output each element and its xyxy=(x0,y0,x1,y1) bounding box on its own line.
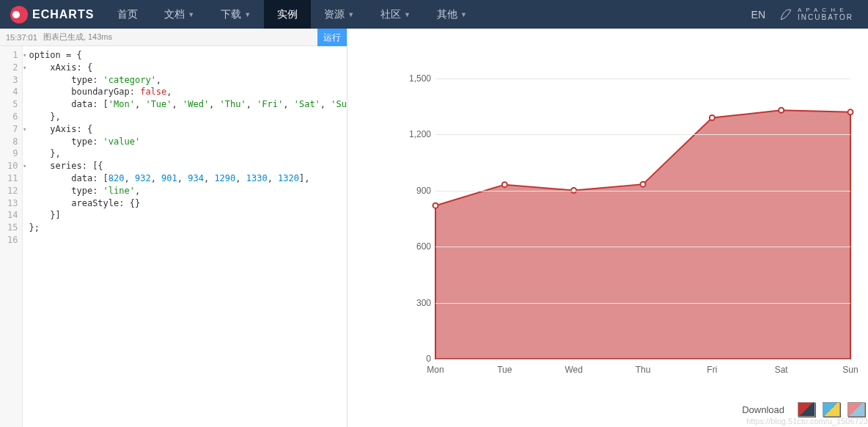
nav-items: 首页文档▼下载▼实例资源▼社区▼其他▼ xyxy=(104,0,480,29)
theme-swatch-default[interactable] xyxy=(798,402,815,417)
chart-footer-controls: Download xyxy=(742,402,865,417)
data-point[interactable] xyxy=(848,109,853,114)
code-editor[interactable]: 12345678910111213141516 option = { xAxis… xyxy=(0,46,347,427)
chart-wrapper: 03006009001,2001,500MonTueWedThuFriSatSu… xyxy=(391,65,861,403)
top-navbar: ECHARTS 首页文档▼下载▼实例资源▼社区▼其他▼ EN A P A C H… xyxy=(0,0,868,29)
theme-swatches xyxy=(798,402,865,417)
editor-gutter: 12345678910111213141516 xyxy=(0,46,23,427)
status-timestamp: 15:37:01 xyxy=(0,33,37,42)
data-point[interactable] xyxy=(433,203,438,208)
nav-item-4[interactable]: 资源▼ xyxy=(311,0,367,29)
x-tick-label: Tue xyxy=(497,365,512,375)
nav-item-6[interactable]: 其他▼ xyxy=(424,0,480,29)
area-chart-svg xyxy=(435,79,850,359)
x-tick-label: Thu xyxy=(636,365,651,375)
chevron-down-icon: ▼ xyxy=(188,11,194,18)
y-tick-label: 1,200 xyxy=(400,129,431,139)
language-switch[interactable]: EN xyxy=(751,9,765,21)
theme-swatch-pastel[interactable] xyxy=(847,402,865,417)
data-point[interactable] xyxy=(502,182,507,187)
chart-plot-area: 03006009001,2001,500MonTueWedThuFriSatSu… xyxy=(435,79,850,359)
nav-item-1[interactable]: 文档▼ xyxy=(151,0,207,29)
chart-pane: 03006009001,2001,500MonTueWedThuFriSatSu… xyxy=(347,29,868,427)
x-tick-label: Fri xyxy=(707,365,717,375)
x-tick-label: Sun xyxy=(842,365,858,375)
main-split: 15:37:01 图表已生成, 143ms 运行 123456789101112… xyxy=(0,29,868,427)
watermark-text: https://blog.51cto.com/u_15067237 xyxy=(746,417,868,426)
nav-item-0[interactable]: 首页 xyxy=(104,0,151,29)
apache-incubator-logo[interactable]: A P A C H E INCUBATOR xyxy=(779,7,853,22)
status-message: 图表已生成, 143ms xyxy=(37,32,112,43)
theme-swatch-light[interactable] xyxy=(823,402,840,417)
chevron-down-icon: ▼ xyxy=(347,11,354,18)
x-tick-label: Wed xyxy=(564,365,582,375)
editor-code[interactable]: option = { xAxis: { type: 'category', bo… xyxy=(23,46,347,427)
y-tick-label: 0 xyxy=(400,354,431,364)
run-button[interactable]: 运行 xyxy=(317,29,347,46)
download-link[interactable]: Download xyxy=(742,404,784,415)
chevron-down-icon: ▼ xyxy=(404,11,411,18)
y-tick-label: 600 xyxy=(400,241,431,252)
feather-icon xyxy=(779,7,793,22)
nav-item-2[interactable]: 下载▼ xyxy=(207,0,264,29)
echarts-logo-icon xyxy=(10,6,28,23)
data-point[interactable] xyxy=(779,108,784,113)
nav-item-5[interactable]: 社区▼ xyxy=(367,0,424,29)
chevron-down-icon: ▼ xyxy=(460,11,467,18)
editor-pane: 15:37:01 图表已生成, 143ms 运行 123456789101112… xyxy=(0,29,347,427)
y-tick-label: 900 xyxy=(400,186,431,196)
nav-item-3[interactable]: 实例 xyxy=(264,0,311,29)
brand-text: ECHARTS xyxy=(32,8,94,21)
incubator-top: A P A C H E xyxy=(798,7,853,14)
nav-right: EN A P A C H E INCUBATOR xyxy=(751,0,868,29)
data-point[interactable] xyxy=(710,115,715,120)
brand[interactable]: ECHARTS xyxy=(0,0,104,29)
incubator-bottom: INCUBATOR xyxy=(798,13,853,21)
editor-status-bar: 15:37:01 图表已生成, 143ms 运行 xyxy=(0,29,347,46)
y-tick-label: 300 xyxy=(400,298,431,308)
y-tick-label: 1,500 xyxy=(400,73,431,84)
data-point[interactable] xyxy=(641,182,646,187)
x-tick-label: Sat xyxy=(775,365,788,375)
x-tick-label: Mon xyxy=(427,365,444,375)
chevron-down-icon: ▼ xyxy=(244,11,251,18)
